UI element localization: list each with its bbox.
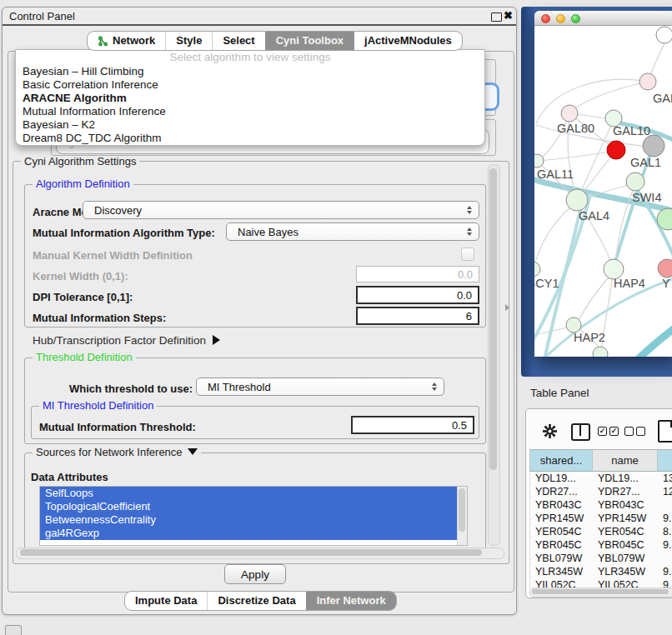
deselect-all-checkbox-icon[interactable] — [624, 427, 634, 436]
import-table-icon[interactable] — [658, 420, 672, 442]
network-icon — [98, 36, 108, 47]
network-node[interactable] — [658, 259, 672, 278]
node-label: HAP2 — [574, 331, 605, 344]
bottom-tab-bar: Impute DataDiscretize DataInfer Network — [124, 591, 397, 611]
mi-type-select[interactable]: Naive Bayes — [226, 222, 479, 241]
tab-discretize-data[interactable]: Discretize Data — [207, 592, 305, 610]
table-cell: 12 — [658, 485, 672, 498]
table-row[interactable]: YBR043CYBR043C — [530, 498, 672, 512]
network-node[interactable] — [656, 27, 672, 43]
network-node[interactable] — [626, 172, 644, 191]
network-node[interactable] — [639, 73, 656, 90]
network-window: GALGAL80GAL10GAL1GAL11SWI4GAL4GCY1HAP4YH… — [534, 11, 672, 357]
hub-definition-disclosure[interactable]: Hub/Transcription Factor Definition — [33, 334, 220, 347]
algorithm-option-bayesian-k2[interactable]: Bayesian – K2 — [16, 118, 484, 132]
table-row[interactable]: YDL19...YDL19...13 — [530, 472, 672, 485]
tab-style[interactable]: Style — [165, 32, 212, 50]
table-cell: 9. — [658, 538, 672, 552]
table-row[interactable]: YDR27...YDR27...12 — [530, 485, 672, 498]
mi-steps-label: Mutual Information Steps: — [33, 312, 166, 324]
panel-splitter-handle[interactable] — [505, 304, 509, 311]
node-label: GAL1 — [630, 156, 661, 169]
attribute-item-gal4rgexp[interactable]: gal4RGexp — [40, 527, 458, 540]
table-row[interactable]: YPR145WYPR145W9. — [530, 512, 672, 525]
attribute-item-selfloops[interactable]: SelfLoops — [40, 487, 458, 500]
split-columns-icon[interactable] — [571, 423, 590, 441]
apply-button[interactable]: Apply — [224, 564, 286, 584]
attributes-list: SelfLoopsTopologicalCoefficientBetweenne… — [40, 487, 467, 540]
aracne-mode-select[interactable]: Discovery — [83, 201, 479, 219]
network-canvas[interactable]: GALGAL80GAL10GAL1GAL11SWI4GAL4GCY1HAP4YH… — [534, 26, 672, 357]
tab-network[interactable]: Network — [88, 32, 165, 50]
select-all-checkbox-icon[interactable]: ✓ — [609, 427, 619, 436]
algorithm-option-aracne-algorithm[interactable]: ARACNE Algorithm — [16, 92, 484, 105]
algorithm-definition-legend: Algorithm Definition — [33, 178, 133, 189]
disclosure-right-icon — [213, 335, 220, 345]
close-icon[interactable]: ✖ — [504, 9, 513, 22]
attribute-item-topologicalcoefficient[interactable]: TopologicalCoefficient — [40, 500, 458, 513]
algorithm-option-dream8-dc-tdc-algorithm[interactable]: Dream8 DC_TDC Algorithm — [16, 132, 484, 145]
which-threshold-select[interactable]: MI Threshold — [196, 378, 444, 396]
stepper-icon — [467, 228, 472, 236]
table-hscrollbar-thumb[interactable] — [532, 589, 669, 594]
tab-select[interactable]: Select — [212, 32, 264, 50]
tab-cyni-toolbox[interactable]: Cyni Toolbox — [265, 32, 354, 50]
list-scrollbar-thumb[interactable] — [459, 488, 465, 532]
network-node[interactable] — [561, 105, 578, 122]
node-table: shared...nameA YDL19...YDL19...13YDR27..… — [529, 449, 672, 588]
network-node[interactable] — [534, 154, 544, 168]
deselect-all-checkbox-icon[interactable] — [636, 427, 645, 436]
mi-steps-field[interactable]: 6 — [356, 307, 479, 325]
network-node[interactable] — [643, 135, 664, 157]
algorithm-option-bayesian-hill-climbing[interactable]: Bayesian – Hill Climbing — [16, 65, 484, 78]
gear-icon[interactable] — [541, 422, 559, 440]
manual-kernel-checkbox[interactable] — [461, 248, 474, 261]
table-cell: 13 — [658, 472, 672, 485]
cut-off-button[interactable] — [5, 625, 22, 635]
settings-hscrollbar-track — [16, 548, 504, 559]
select-all-checkbox-icon[interactable]: ✓ — [598, 427, 607, 436]
screen: Control Panel ✖ gal-filtered.sif default… — [0, 0, 672, 635]
zoom-light-icon[interactable] — [571, 14, 580, 23]
algorithm-option-basic-correlation-inference[interactable]: Basic Correlation Inference — [16, 78, 484, 92]
table-cell: YLR345W — [593, 565, 658, 578]
mi-threshold-field[interactable]: 0.5 — [351, 416, 474, 434]
minimize-light-icon[interactable] — [556, 14, 565, 23]
column-header-shared[interactable]: shared... — [530, 450, 593, 472]
cyni-settings-legend: Cyni Algorithm Settings — [21, 156, 139, 167]
table-cell: YBL079W — [593, 552, 658, 565]
network-node[interactable] — [534, 262, 540, 277]
table-row[interactable]: YBR045CYBR045C9. — [530, 538, 672, 552]
column-header-name[interactable]: name — [593, 450, 658, 472]
network-node[interactable] — [593, 347, 608, 357]
attribute-item-betweennesscentrality[interactable]: BetweennessCentrality — [40, 513, 458, 527]
table-row[interactable]: YER054CYER054C8. — [530, 525, 672, 538]
table-row[interactable]: YBL079WYBL079W — [530, 552, 672, 565]
table-cell: YDR27... — [530, 485, 593, 498]
network-node[interactable] — [607, 141, 625, 159]
table-cell: 9. — [658, 565, 672, 578]
tab-impute-data[interactable]: Impute Data — [125, 592, 207, 610]
table-panel: ✓ ✓ shared...nameA YDL19...YDL19...13YDR… — [525, 408, 672, 598]
network-window-titlebar[interactable] — [534, 11, 672, 26]
node-label: Y — [662, 277, 670, 290]
network-node[interactable] — [566, 189, 588, 211]
float-window-icon[interactable] — [491, 12, 502, 22]
dpi-tolerance-field[interactable]: 0.0 — [356, 286, 479, 304]
sources-legend-label: Sources for Network Inference — [36, 446, 183, 458]
table-cell: YBR043C — [530, 498, 593, 512]
mi-threshold-label: Mutual Information Threshold: — [39, 421, 196, 433]
settings-scrollbar-thumb[interactable] — [489, 168, 497, 470]
algorithm-option-mutual-information-inference[interactable]: Mutual Information Inference — [16, 105, 484, 118]
attributes-listbox: SelfLoopsTopologicalCoefficientBetweenne… — [39, 486, 468, 546]
table-cell: YBL079W — [530, 552, 593, 565]
tab-infer-network[interactable]: Infer Network — [306, 592, 396, 610]
kernel-width-field[interactable]: 0.0 — [356, 266, 479, 282]
settings-hscrollbar-thumb[interactable] — [20, 549, 482, 556]
network-edge — [577, 272, 614, 323]
column-header-a[interactable]: A — [658, 450, 672, 472]
tab-jactivemnodules[interactable]: jActiveMNodules — [354, 32, 462, 50]
table-row[interactable]: YLR345WYLR345W9. — [530, 565, 672, 578]
sources-legend[interactable]: Sources for Network Inference — [33, 447, 201, 458]
close-light-icon[interactable] — [541, 14, 550, 23]
